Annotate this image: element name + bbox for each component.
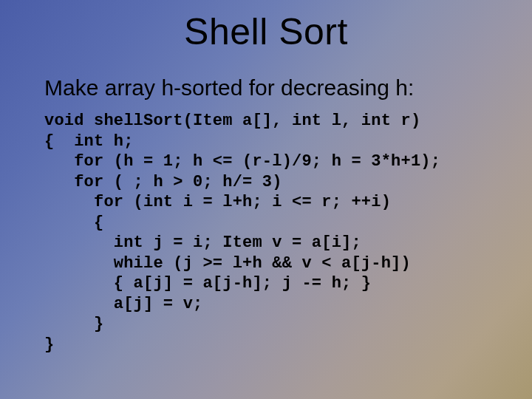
code-block: void shellSort(Item a[], int l, int r) {… (44, 111, 532, 355)
slide: Shell Sort Make array h-sorted for decre… (0, 0, 532, 399)
slide-subtitle: Make array h-sorted for decreasing h: (44, 75, 532, 100)
slide-title: Shell Sort (0, 0, 532, 53)
